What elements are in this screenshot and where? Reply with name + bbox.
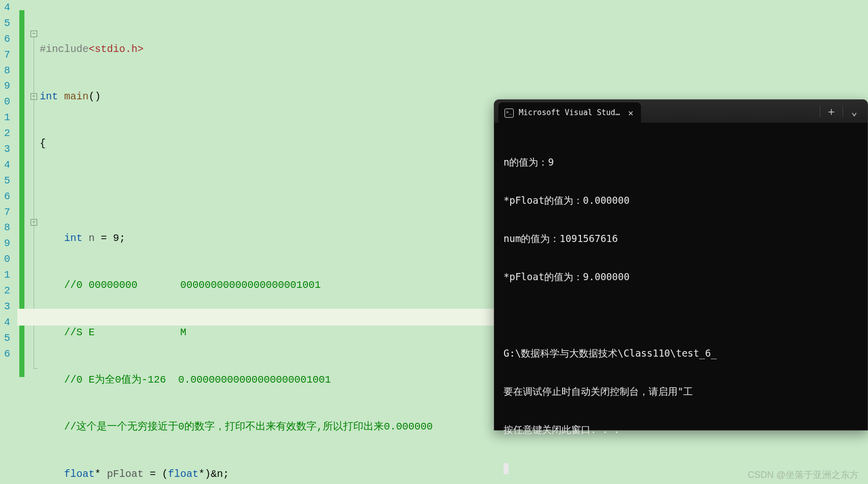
function: main xyxy=(64,91,89,102)
terminal-icon xyxy=(505,109,514,118)
comment: //0 E为全0值为-126 0.00000000000000000001001 xyxy=(64,374,331,386)
punct: () xyxy=(89,91,101,102)
line-number: 1 xyxy=(0,267,10,283)
console-line: n的值为：9 xyxy=(503,156,858,169)
code-row[interactable]: { xyxy=(40,136,433,152)
code-content[interactable]: #include<stdio.h> int main() { int n = 9… xyxy=(40,10,433,484)
line-number: 4 xyxy=(0,157,10,173)
preprocessor: #include xyxy=(40,43,89,55)
code-row[interactable]: #include<stdio.h> xyxy=(40,42,433,58)
code-row[interactable]: //S E M xyxy=(40,325,433,341)
op: = xyxy=(101,232,107,244)
code-row[interactable]: float* pFloat = (float*)&n; xyxy=(40,467,433,482)
punct: *)&n; xyxy=(199,468,229,480)
line-number: 7 xyxy=(0,47,10,63)
line-number: 8 xyxy=(0,220,10,236)
header: <stdio.h> xyxy=(89,43,144,55)
line-number: 3 xyxy=(0,142,10,157)
fold-guide-end xyxy=(34,368,38,369)
code-row[interactable]: int n = 9; xyxy=(40,231,433,247)
line-number: 5 xyxy=(0,331,10,346)
line-number: 7 xyxy=(0,205,10,221)
console-line: 按任意键关闭此窗口. . . xyxy=(503,423,858,436)
console-line: 要在调试停止时自动关闭控制台，请启用"工 xyxy=(503,385,858,398)
console-line: G:\数据科学与大数据技术\Class110\test_6_ xyxy=(503,347,858,360)
line-number: 8 xyxy=(0,63,10,79)
code-row[interactable]: //这个是一个无穷接近于0的数字，打印不出来有效数字,所以打印出来0.00000… xyxy=(40,419,433,435)
line-number: 5 xyxy=(0,173,10,189)
punct: = ( xyxy=(144,468,168,480)
console-tab[interactable]: Microsoft Visual Studio 调试 × xyxy=(498,102,641,124)
line-number: 5 xyxy=(0,16,10,32)
line-number: 6 xyxy=(0,189,10,205)
line-number: 1 xyxy=(0,110,10,126)
comment: //0 00000000 00000000000000000001001 xyxy=(64,279,321,291)
op: * xyxy=(95,468,101,480)
ident: pFloat xyxy=(107,468,144,480)
console-line: num的值为：1091567616 xyxy=(503,232,858,245)
close-tab-button[interactable]: × xyxy=(627,107,635,118)
ident: n xyxy=(89,232,95,244)
console-line: *pFloat的值为：9.000000 xyxy=(503,271,858,283)
code-row[interactable]: int main() xyxy=(40,89,433,105)
line-number: 4 xyxy=(0,315,10,331)
line-number-gutter: 4 5 6 7 8 9 0 1 2 3 4 5 6 7 8 9 0 1 2 3 … xyxy=(0,0,11,484)
console-line xyxy=(503,309,858,321)
console-tab-title: Microsoft Visual Studio 调试 xyxy=(519,108,622,118)
line-number: 2 xyxy=(0,283,10,299)
keyword: int xyxy=(64,232,82,244)
code-row[interactable]: //0 E为全0值为-126 0.00000000000000000001001 xyxy=(40,372,433,388)
new-tab-button[interactable]: ＋ xyxy=(820,101,843,122)
punct: ; xyxy=(119,232,125,244)
console-output[interactable]: n的值为：9 *pFloat的值为：0.000000 num的值为：109156… xyxy=(494,123,867,484)
code-row[interactable]: //0 00000000 00000000000000000001001 xyxy=(40,278,433,293)
console-titlebar[interactable]: Microsoft Visual Studio 调试 × ＋ ⌄ xyxy=(494,100,867,123)
line-number: 9 xyxy=(0,78,10,94)
keyword: int xyxy=(40,91,58,102)
line-number: 2 xyxy=(0,126,10,142)
debug-console-window[interactable]: Microsoft Visual Studio 调试 × ＋ ⌄ n的值为：9 … xyxy=(494,99,868,431)
line-number: 9 xyxy=(0,236,10,252)
keyword: float xyxy=(168,468,199,480)
line-number: 3 xyxy=(0,299,10,315)
console-line: *pFloat的值为：0.000000 xyxy=(503,194,858,207)
text-cursor xyxy=(503,463,509,474)
keyword: float xyxy=(64,468,95,480)
line-number: 4 xyxy=(0,0,10,16)
code-row[interactable] xyxy=(40,183,433,199)
line-number: 0 xyxy=(0,94,10,110)
watermark: CSDN @坐落于亚洲之东方 xyxy=(748,469,859,481)
comment: //这个是一个无穷接近于0的数字，打印不出来有效数字,所以打印出来0.00000… xyxy=(64,421,433,433)
line-number: 6 xyxy=(0,32,10,47)
comment: //S E M xyxy=(64,327,186,338)
fold-toggle[interactable]: − xyxy=(31,31,37,37)
line-number: 0 xyxy=(0,252,10,267)
line-number: 6 xyxy=(0,346,10,362)
number: 9 xyxy=(113,232,119,244)
tab-dropdown-button[interactable]: ⌄ xyxy=(843,101,865,122)
